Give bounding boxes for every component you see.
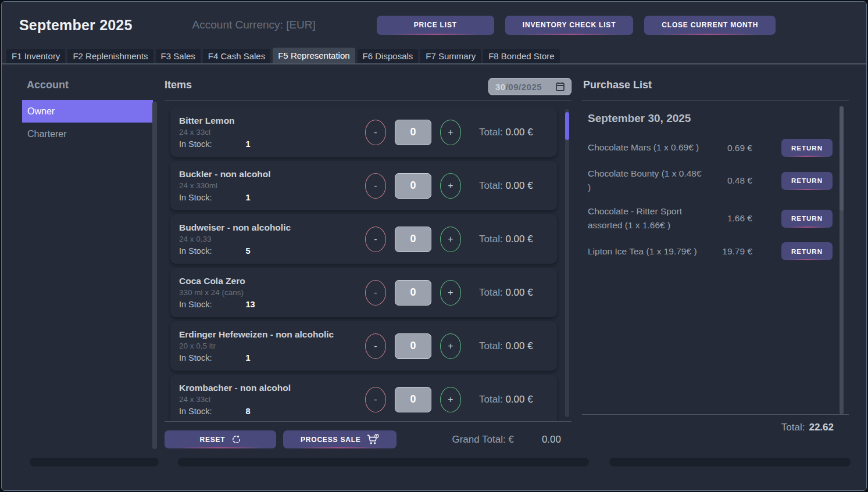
tab[interactable]: F1 Inventory [6,49,65,63]
purchase-item-price: 0.69 € [712,143,752,153]
decrement-button[interactable]: - [365,387,386,412]
item-total: Total: 0.00 € [479,234,533,245]
tab[interactable]: F5 Representation [273,48,355,63]
item-total-value: 0.00 € [505,180,533,191]
item-card: Coca Cola Zero 330 ml x 24 (cans) In Sto… [170,268,557,317]
item-quantity-controls: - 0 + Total: 0.00 € [365,120,533,145]
item-stock: In Stock:13 [179,300,365,309]
inventory-check-list-button[interactable]: INVENTORY CHECK LIST [505,16,633,35]
item-spec: 24 x 33cl [179,128,365,137]
item-spec: 24 x 0,33 [179,235,365,243]
item-total: Total: 0.00 € [479,127,533,138]
item-total-label: Total: [479,127,503,138]
item-total-value: 0.00 € [505,394,533,405]
account-list-item[interactable]: Charterer [22,123,153,145]
increment-button[interactable]: + [440,120,461,145]
item-info: Erdinger Hefeweizen - non alcoholic 20 x… [179,329,365,362]
reset-button-label: RESET [199,436,225,444]
in-stock-value: 13 [245,300,255,309]
tab[interactable]: F4 Cash Sales [203,49,270,63]
tab[interactable]: F3 Sales [156,49,201,63]
purchase-list-panel: Purchase List September 30, 2025 Chocola… [582,79,849,458]
item-spec: 330 ml x 24 (cans) [179,288,365,297]
items-scrollbar-track[interactable] [565,109,569,417]
purchase-item-name: Chocolate Mars (1 x 0.69€ ) [588,141,712,155]
in-stock-value: 5 [245,246,250,256]
process-sale-button[interactable]: PROCESS SALE [283,430,397,448]
panel-shadow [30,458,159,466]
purchase-date-heading: September 30, 2025 [588,112,833,125]
quantity-input[interactable]: 0 [395,280,431,306]
return-button[interactable]: RETURN [781,242,833,260]
date-picker[interactable]: 30/09/2025 [488,78,571,95]
in-stock-value: 1 [245,353,250,362]
increment-button[interactable]: + [440,333,461,359]
decrement-button[interactable]: - [365,333,386,359]
quantity-input[interactable]: 0 [395,173,431,199]
items-scrollbar-thumb[interactable] [565,112,569,140]
return-button[interactable]: RETURN [781,172,833,190]
panel-shadow [178,458,589,466]
item-total: Total: 0.00 € [479,340,533,352]
purchase-total-value: 22.62 [809,422,834,433]
content: Account Owner Charterer Items 30/09/2025 [2,64,866,491]
item-total-value: 0.00 € [505,287,533,298]
purchase-scrollbar-track[interactable] [840,106,844,414]
item-total: Total: 0.00 € [479,287,533,299]
increment-button[interactable]: + [440,173,461,199]
quantity-input[interactable]: 0 [395,227,431,252]
return-button[interactable]: RETURN [781,210,833,228]
items-footer: RESET PROCESS SALE Grand Total: € 0.00 [165,430,571,448]
purchase-row: Lipton Ice Tea (1 x 19.79€ ) 19.79 € RET… [588,242,833,260]
quantity-input[interactable]: 0 [395,333,431,359]
purchase-scrollbar-thumb[interactable] [840,106,844,211]
decrement-button[interactable]: - [365,280,386,306]
return-button[interactable]: RETURN [781,139,833,157]
reset-button[interactable]: RESET [165,430,276,448]
quantity-input[interactable]: 0 [395,120,431,145]
item-name: Krombacher - non alcohol [179,383,365,393]
tab[interactable]: F8 Bonded Store [483,49,559,63]
item-stock: In Stock:5 [179,246,365,256]
close-current-month-button[interactable]: CLOSE CURRENT MONTH [644,16,776,35]
in-stock-label: In Stock: [179,246,212,256]
refresh-icon [231,434,241,444]
account-list-item[interactable]: Owner [22,100,153,123]
tab[interactable]: F7 Summary [420,49,481,63]
quantity-input[interactable]: 0 [395,387,431,412]
item-stock: In Stock:1 [179,139,365,149]
decrement-button[interactable]: - [365,173,386,199]
purchase-item-price: 0.48 € [712,175,752,186]
item-name: Erdinger Hefeweizen - non alcoholic [179,329,365,340]
calendar-icon [556,82,565,91]
tab[interactable]: F6 Disposals [358,49,419,63]
purchase-item-price: 1.66 € [712,213,752,224]
in-stock-label: In Stock: [179,407,212,416]
item-total-label: Total: [479,340,503,351]
item-quantity-controls: - 0 + Total: 0.00 € [365,280,533,306]
item-total: Total: 0.00 € [479,394,533,405]
items-list: Bitter Lemon 24 x 33cl In Stock:1 - 0 + … [165,107,571,422]
in-stock-value: 1 [245,139,250,149]
decrement-button[interactable]: - [365,120,386,145]
tab[interactable]: F2 Replenishments [67,49,153,63]
item-name: Coca Cola Zero [179,276,365,286]
item-total-value: 0.00 € [505,234,533,245]
increment-button[interactable]: + [440,387,461,412]
account-scrollbar-track[interactable] [152,102,157,449]
item-info: Krombacher - non alcohol 24 x 33cl In St… [179,383,365,416]
purchase-total-row: Total: 22.62 [582,422,849,433]
in-stock-label: In Stock: [179,139,212,149]
purchase-list-header: Purchase List [582,79,849,100]
decrement-button[interactable]: - [365,227,386,252]
increment-button[interactable]: + [440,280,461,306]
increment-button[interactable]: + [440,227,461,252]
purchase-item-name: Chocolate - Ritter Sport assorted (1 x 1… [588,204,712,232]
item-quantity-controls: - 0 + Total: 0.00 € [365,173,533,199]
item-total-label: Total: [479,234,503,245]
grand-total-label: Grand Total: € [452,434,513,446]
items-scroll-area: Bitter Lemon 24 x 33cl In Stock:1 - 0 + … [165,107,571,422]
purchase-item-name: Lipton Ice Tea (1 x 19.79€ ) [588,245,712,258]
process-sale-button-label: PROCESS SALE [301,436,361,444]
price-list-button[interactable]: PRICE LIST [377,16,494,35]
